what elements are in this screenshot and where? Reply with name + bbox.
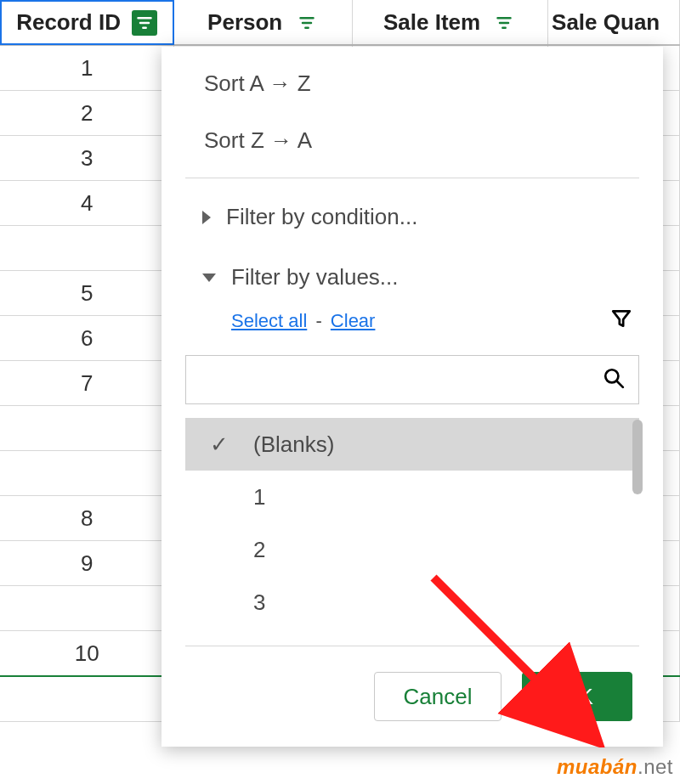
filter-value-label: (Blanks) xyxy=(236,431,334,458)
cell[interactable]: 4 xyxy=(0,181,174,226)
col-header-label: Sale Quan xyxy=(552,9,660,36)
cell[interactable] xyxy=(0,586,174,631)
filter-values-list: ✓ (Blanks) 1 2 3 xyxy=(185,418,639,629)
sort-az[interactable]: Sort A → Z xyxy=(162,55,663,112)
funnel-icon[interactable] xyxy=(610,307,632,335)
sort-za[interactable]: Sort Z → A xyxy=(162,112,663,169)
col-header-sale-item[interactable]: Sale Item xyxy=(353,0,548,45)
cancel-button[interactable]: Cancel xyxy=(374,672,502,721)
filter-value-label: 1 xyxy=(236,484,265,510)
filter-icon[interactable] xyxy=(491,10,517,36)
filter-values-label: Filter by values... xyxy=(231,264,399,290)
cell[interactable] xyxy=(0,451,174,496)
filter-value-item[interactable]: ✓ (Blanks) xyxy=(185,418,639,471)
filter-popup: Sort A → Z Sort Z → A Filter by conditio… xyxy=(162,47,663,747)
divider xyxy=(185,178,639,178)
filter-icon[interactable] xyxy=(132,10,157,36)
filter-icon[interactable] xyxy=(294,10,320,36)
col-header-sale-quan[interactable]: Sale Quan xyxy=(548,0,680,45)
col-header-record-id[interactable]: Record ID xyxy=(0,0,174,45)
cell[interactable] xyxy=(0,226,174,271)
watermark-suffix: .net xyxy=(638,755,673,778)
watermark-brand: muabán xyxy=(557,755,638,778)
col-header-label: Record ID xyxy=(16,9,121,36)
col-header-label: Person xyxy=(207,9,282,36)
col-header-person[interactable]: Person xyxy=(174,0,353,45)
button-row: Cancel OK xyxy=(162,672,663,721)
cell[interactable]: 6 xyxy=(0,316,174,361)
cell[interactable] xyxy=(0,676,174,722)
filter-by-values[interactable]: Filter by values... xyxy=(185,247,639,307)
cell[interactable]: 1 xyxy=(0,45,174,91)
filter-value-label: 2 xyxy=(236,537,265,563)
caret-right-icon xyxy=(202,211,211,224)
filter-value-item[interactable]: 3 xyxy=(185,576,639,629)
caret-down-icon xyxy=(202,274,216,282)
cell[interactable]: 7 xyxy=(0,361,174,406)
cell[interactable]: 5 xyxy=(0,271,174,316)
select-clear-row: Select all - Clear xyxy=(185,307,639,347)
cell[interactable]: 2 xyxy=(0,91,174,136)
filter-value-item[interactable]: 2 xyxy=(185,523,639,576)
divider xyxy=(185,646,639,646)
cell[interactable] xyxy=(0,406,174,451)
watermark: muabán.net xyxy=(557,755,673,779)
filter-condition-label: Filter by condition... xyxy=(226,204,417,230)
filter-search-input[interactable] xyxy=(200,366,603,394)
cell[interactable]: 10 xyxy=(0,631,174,677)
check-icon: ✓ xyxy=(202,431,236,458)
svg-line-1 xyxy=(616,381,623,387)
filter-by-condition[interactable]: Filter by condition... xyxy=(185,187,639,247)
cell[interactable]: 3 xyxy=(0,136,174,181)
search-icon[interactable] xyxy=(603,367,625,392)
cell[interactable]: 9 xyxy=(0,541,174,586)
filter-value-item[interactable]: 1 xyxy=(185,471,639,523)
clear-link[interactable]: Clear xyxy=(331,310,376,331)
filter-value-label: 3 xyxy=(236,589,265,616)
scrollbar-thumb[interactable] xyxy=(632,420,643,494)
filter-search-box[interactable] xyxy=(185,355,639,404)
ok-button[interactable]: OK xyxy=(522,672,632,721)
select-all-link[interactable]: Select all xyxy=(231,310,307,331)
cell[interactable]: 8 xyxy=(0,496,174,541)
col-header-label: Sale Item xyxy=(383,9,480,36)
